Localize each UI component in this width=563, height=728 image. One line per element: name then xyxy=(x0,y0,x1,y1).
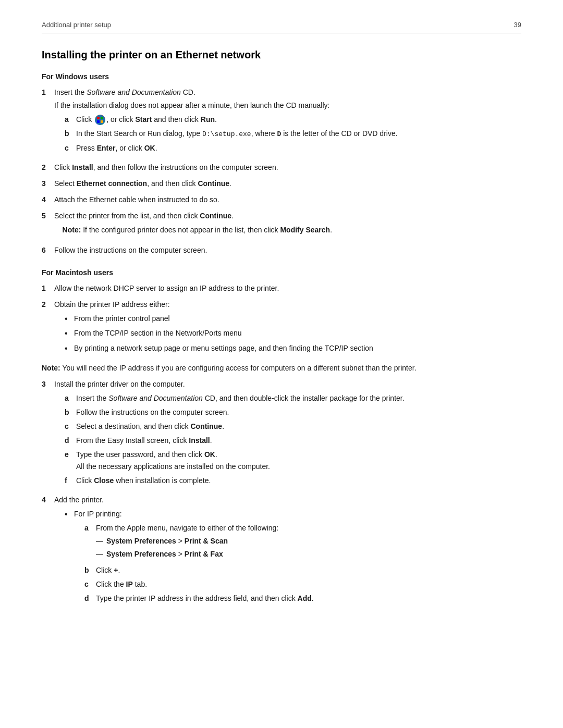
alpha-item-b: b In the Start Search or Run dialog, typ… xyxy=(65,128,521,140)
alpha-list-1: a Click , xyxy=(65,114,521,154)
bold-continue: Continue xyxy=(198,179,229,188)
step-content: Follow the instructions on the computer … xyxy=(54,245,521,256)
windows-step-2: 2 Click Install, and then follow the ins… xyxy=(42,162,521,173)
code-text: D:\setup.exe xyxy=(202,130,251,138)
alpha-content: Click +. xyxy=(96,565,521,576)
bold-install: Install xyxy=(72,163,93,171)
svg-point-0 xyxy=(95,115,105,125)
bold-printscan: Print & Scan xyxy=(185,537,228,545)
alpha-content: Select a destination, and then click Con… xyxy=(76,421,521,432)
bold-run: Run xyxy=(201,115,215,124)
alpha-label: c xyxy=(84,579,96,590)
step-num: 4 xyxy=(42,194,54,205)
windows-logo-icon xyxy=(95,115,105,125)
alpha-list-4: a From the Apple menu, navigate to eithe… xyxy=(84,523,521,604)
step-content: Obtain the printer IP address either: • … xyxy=(54,299,521,357)
alpha-content: Click Close when installation is complet… xyxy=(76,475,521,486)
alpha-label: a xyxy=(65,114,76,125)
header-right: 39 xyxy=(514,21,521,29)
alpha-item-a: a Insert the Software and Documentation … xyxy=(65,393,521,404)
windows-subtitle: For Windows users xyxy=(42,72,521,81)
svg-rect-2 xyxy=(101,117,103,119)
mac-step-2: 2 Obtain the printer IP address either: … xyxy=(42,299,521,357)
alpha-label: b xyxy=(65,128,76,140)
windows-icon xyxy=(95,115,105,125)
alpha-label: e xyxy=(65,449,76,472)
step-content: Click Install, and then follow the instr… xyxy=(54,162,521,173)
alpha-item-b: b Follow the instructions on the compute… xyxy=(65,407,521,418)
step-num: 2 xyxy=(42,162,54,173)
note-bold: Note: xyxy=(42,364,60,372)
bold-start: Start xyxy=(135,115,152,124)
alpha-content: Type the user password, and then click O… xyxy=(76,449,521,472)
bold-ip: IP xyxy=(126,580,133,588)
bold-ok: OK xyxy=(144,144,155,152)
bullet-symbol: • xyxy=(65,343,74,354)
bullet-content: By printing a network setup page or menu… xyxy=(74,343,521,354)
alpha-list-3: a Insert the Software and Documentation … xyxy=(65,393,521,486)
alpha-label: d xyxy=(84,593,96,604)
alpha-item-c: c Select a destination, and then click C… xyxy=(65,421,521,432)
alpha-item-d: d From the Easy Install screen, click In… xyxy=(65,435,521,446)
step-num: 1 xyxy=(42,283,54,294)
windows-step-5: 5 Select the printer from the list, and … xyxy=(42,211,521,240)
alpha-label: f xyxy=(65,475,76,486)
alpha-content: From the Easy Install screen, click Inst… xyxy=(76,435,521,446)
alpha-content: Press Enter, or click OK. xyxy=(76,143,521,154)
alpha-content: Type the printer IP address in the addre… xyxy=(96,593,521,604)
step-num: 1 xyxy=(42,87,54,157)
mac-section: For Macintosh users 1 Allow the network … xyxy=(42,268,521,610)
dash-symbol: — xyxy=(96,536,106,547)
bullet-item-ip: • For IP printing: a From the Apple menu… xyxy=(65,509,521,607)
mac-steps-cont: 3 Install the printer driver on the comp… xyxy=(42,379,521,610)
bold-continue2: Continue xyxy=(200,212,231,220)
alpha-label: a xyxy=(84,523,96,562)
alpha-item-d: d Type the printer IP address in the add… xyxy=(84,593,521,604)
dash-symbol: — xyxy=(96,549,106,560)
step-content: Attach the Ethernet cable when instructe… xyxy=(54,194,521,205)
note-bold: Note: xyxy=(63,226,81,234)
bullet-item: • From the printer control panel xyxy=(65,313,521,325)
alpha-item-a: a From the Apple menu, navigate to eithe… xyxy=(84,523,521,562)
bullet-content: From the TCP/IP section in the Network/P… xyxy=(74,328,521,339)
alpha-content: Follow the instructions on the computer … xyxy=(76,407,521,418)
note-modify: Modify Search xyxy=(280,226,330,234)
bold-add: Add xyxy=(298,594,312,602)
alpha-content: From the Apple menu, navigate to either … xyxy=(96,523,521,562)
bold-plus: + xyxy=(114,566,118,574)
step-num: 5 xyxy=(42,211,54,240)
step-note: Note: If the configured printer does not… xyxy=(54,225,521,236)
mac-steps: 1 Allow the network DHCP server to assig… xyxy=(42,283,521,357)
sub-text: All the necessary applications are insta… xyxy=(76,461,521,472)
bullet-symbol: • xyxy=(65,509,74,607)
mac-note: Note: You will need the IP address if yo… xyxy=(42,363,521,374)
header-left: Additional printer setup xyxy=(42,21,111,29)
svg-rect-3 xyxy=(97,120,100,123)
windows-step-4: 4 Attach the Ethernet cable when instruc… xyxy=(42,194,521,205)
dash-list: — System Preferences > Print & Scan — Sy… xyxy=(96,536,521,560)
mac-subtitle: For Macintosh users xyxy=(42,268,521,277)
mac-step-4: 4 Add the printer. • For IP printing: a xyxy=(42,495,521,610)
alpha-item-b: b Click +. xyxy=(84,565,521,576)
alpha-label: c xyxy=(65,143,76,154)
bold-printfax: Print & Fax xyxy=(185,550,223,558)
section-title: Installing the printer on an Ethernet ne… xyxy=(42,49,521,61)
alpha-content: Click , or click Start and then click Ru xyxy=(76,114,521,125)
alpha-content: Insert the Software and Documentation CD… xyxy=(76,393,521,404)
bullet-content: From the printer control panel xyxy=(74,313,521,325)
alpha-content: In the Start Search or Run dialog, type … xyxy=(76,128,521,140)
page: Additional printer setup 39 Installing t… xyxy=(0,0,563,728)
bold-continue: Continue xyxy=(190,422,222,430)
alpha-item-f: f Click Close when installation is compl… xyxy=(65,475,521,486)
alpha-item-c: c Press Enter, or click OK. xyxy=(65,143,521,154)
windows-step-6: 6 Follow the instructions on the compute… xyxy=(42,245,521,256)
windows-section: For Windows users 1 Insert the Software … xyxy=(42,72,521,256)
bullet-symbol: • xyxy=(65,313,74,325)
alpha-label: b xyxy=(84,565,96,576)
dash-content: System Preferences > Print & Scan xyxy=(106,536,521,547)
bold-install: Install xyxy=(189,436,210,445)
alpha-item-e: e Type the user password, and then click… xyxy=(65,449,521,472)
bullet-list-4: • For IP printing: a From the Apple menu… xyxy=(65,509,521,607)
alpha-label: c xyxy=(65,421,76,432)
page-header: Additional printer setup 39 xyxy=(42,21,521,33)
